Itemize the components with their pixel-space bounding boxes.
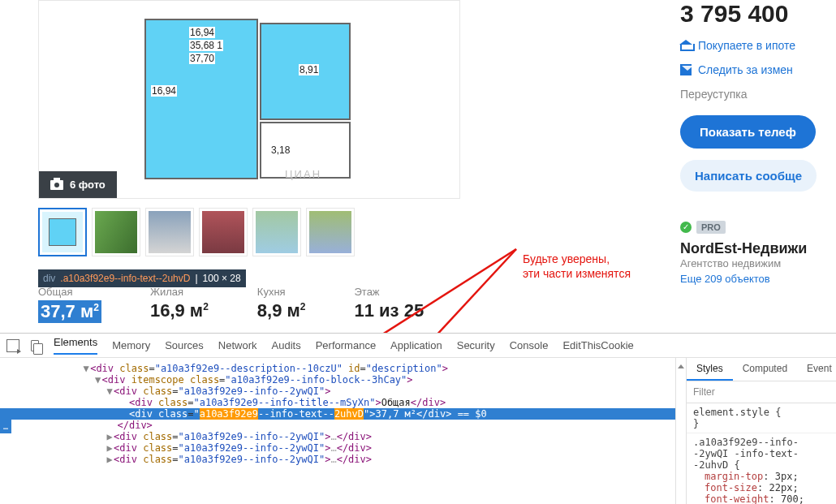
- tab-console[interactable]: Console: [510, 339, 549, 351]
- thumb-5[interactable]: [252, 208, 301, 256]
- agency-block: ✓ PRO NordEst-Недвижи Агентство недвижим…: [680, 219, 836, 285]
- stat-total-label: Общая: [38, 286, 101, 298]
- price: 3 795 400: [680, 0, 836, 28]
- stat-floor: Этаж 11 из 25: [354, 286, 424, 323]
- thumb-1[interactable]: [38, 208, 87, 256]
- agency-more-link[interactable]: Еще 209 объектов: [680, 273, 836, 285]
- pro-badge: PRO: [696, 221, 726, 234]
- main-photo[interactable]: 16,94 35,68 1 37,70 16,94 8,91 3,18 ЦИАН…: [38, 0, 460, 199]
- tooltip-dims: 100 × 28: [203, 273, 241, 284]
- el-line-8[interactable]: ▶<div class="a10a3f92e9--info--2ywQI">…<…: [0, 442, 675, 454]
- fp-label-6: 3,18: [270, 144, 291, 156]
- thumb-4[interactable]: [199, 208, 248, 256]
- styles-tab-styles[interactable]: Styles: [687, 358, 733, 381]
- tab-sources[interactable]: Sources: [165, 339, 204, 351]
- css-prop-2[interactable]: font-size: 22px;: [693, 482, 830, 493]
- styles-tab-computed[interactable]: Computed: [733, 358, 797, 381]
- styles-filter[interactable]: Filter: [687, 381, 836, 403]
- styles-panel: Styles Computed Event Filter element.sty…: [687, 358, 836, 504]
- el-line-3[interactable]: ▼<div class="a10a3f92e9--info--2ywQI">: [0, 386, 675, 397]
- fp-label-1: 16,94: [189, 27, 215, 38]
- devtools-tabs: Elements Memory Sources Network Audits P…: [0, 334, 836, 358]
- el-line-2[interactable]: ▼<div itemscope class="a10a3f92e9--info-…: [0, 374, 675, 386]
- el-line-4[interactable]: <div class="a10a3f92e9--info-title--mSyX…: [0, 397, 675, 408]
- el-line-1[interactable]: ▼<div class="a10a3f92e9--description--10…: [0, 363, 675, 374]
- fp-label-4: 16,94: [151, 85, 177, 97]
- stat-floor-label: Этаж: [354, 286, 424, 298]
- collapse-icon: [678, 364, 684, 368]
- assignment-text: Переуступка: [680, 88, 836, 101]
- tab-security[interactable]: Security: [457, 339, 495, 351]
- styles-tabs: Styles Computed Event: [687, 358, 836, 381]
- photo-count-text: 6 фото: [70, 179, 106, 191]
- stat-floor-value: 11 из 25: [354, 300, 424, 321]
- tooltip-class: .a10a3f92e9--info-text--2uhvD: [60, 273, 190, 284]
- annotation-line-2: эти части изменятся: [523, 266, 631, 281]
- stat-living-label: Жилая: [150, 286, 209, 298]
- stat-living-value: 16,9 м2: [150, 300, 209, 321]
- annotation: Будьте уверены, эти части изменятся: [523, 252, 631, 281]
- panel-divider[interactable]: [675, 358, 687, 504]
- agency-subtitle: Агентство недвижим: [680, 257, 836, 269]
- tab-editthiscookie[interactable]: EditThisCookie: [562, 339, 633, 351]
- property-stats: Общая 37,7 м2 Жилая 16,9 м2 Кухня 8,9 м2…: [38, 286, 424, 323]
- tab-network[interactable]: Network: [218, 339, 257, 351]
- css-rule-element-style[interactable]: element.style {}: [687, 403, 836, 433]
- stat-total-value: 37,7 м2: [38, 300, 101, 323]
- el-line-6[interactable]: </div>: [0, 420, 675, 431]
- stat-total: Общая 37,7 м2: [38, 286, 101, 323]
- right-column: 3 795 400 Покупаете в ипоте Следить за и…: [680, 0, 836, 285]
- thumb-2[interactable]: [92, 208, 140, 256]
- tab-application[interactable]: Application: [390, 339, 442, 351]
- annotation-line-1: Будьте уверены,: [523, 252, 631, 266]
- elements-panel[interactable]: … ▼<div class="a10a3f92e9--description--…: [0, 358, 675, 504]
- el-line-9[interactable]: ▶<div class="a10a3f92e9--info--2ywQI">…<…: [0, 454, 675, 465]
- pro-row: ✓ PRO: [680, 221, 726, 234]
- el-line-7[interactable]: ▶<div class="a10a3f92e9--info--2ywQI">…<…: [0, 431, 675, 442]
- photo-count-badge[interactable]: 6 фото: [39, 171, 117, 198]
- follow-link-text: Следить за измен: [698, 63, 793, 76]
- inspector-tooltip: div.a10a3f92e9--info-text--2uhvD | 100 ×…: [38, 269, 246, 287]
- stat-kitchen-value: 8,9 м2: [257, 300, 306, 321]
- fp-label-3: 37,70: [189, 53, 215, 64]
- write-message-button[interactable]: Написать сообще: [680, 160, 817, 192]
- stat-living: Жилая 16,9 м2: [150, 286, 209, 323]
- css-prop-1[interactable]: margin-top: 3px;: [693, 471, 830, 482]
- mortgage-link-text: Покупаете в ипоте: [698, 39, 795, 52]
- agency-name[interactable]: NordEst-Недвижи: [680, 240, 836, 257]
- thumb-6[interactable]: [306, 208, 355, 256]
- css-rule-info-text[interactable]: .a10a3f92e9--info--2ywQI -info-text--2uh…: [687, 433, 836, 504]
- stat-kitchen-label: Кухня: [257, 286, 306, 298]
- thumb-3[interactable]: [145, 208, 194, 256]
- styles-tab-event[interactable]: Event: [797, 358, 836, 381]
- floor-plan: 16,94 35,68 1 37,70 16,94 8,91 3,18 ЦИАН: [144, 19, 354, 181]
- devtools-body: … ▼<div class="a10a3f92e9--description--…: [0, 358, 836, 504]
- device-toggle-icon[interactable]: [31, 340, 39, 351]
- css-prop-3[interactable]: font-weight: 700;: [693, 493, 830, 504]
- el-line-selected[interactable]: <div class="a10a3f92e9--info-text--2uhvD…: [0, 408, 675, 420]
- tab-memory[interactable]: Memory: [112, 339, 150, 351]
- mortgage-link[interactable]: Покупаете в ипоте: [680, 39, 836, 52]
- devtools: Elements Memory Sources Network Audits P…: [0, 333, 836, 504]
- tab-audits[interactable]: Audits: [272, 339, 301, 351]
- fp-label-5: 8,91: [299, 64, 319, 75]
- tab-performance[interactable]: Performance: [316, 339, 376, 351]
- watermark: ЦИАН: [284, 169, 322, 180]
- mail-icon: [680, 64, 692, 75]
- camera-icon: [50, 180, 63, 190]
- tooltip-tag: div: [43, 273, 55, 284]
- tab-elements[interactable]: Elements: [54, 336, 97, 355]
- gutter-dots: …: [0, 420, 11, 433]
- thumbnails-strip: [38, 208, 355, 256]
- fp-label-2: 35,68 1: [189, 40, 223, 51]
- verified-icon: ✓: [680, 222, 692, 233]
- show-phone-button[interactable]: Показать телеф: [680, 115, 816, 149]
- follow-link[interactable]: Следить за измен: [680, 63, 836, 76]
- bank-icon: [680, 40, 692, 51]
- tooltip-sep: |: [195, 273, 197, 284]
- inspect-icon[interactable]: [6, 339, 19, 352]
- stat-kitchen: Кухня 8,9 м2: [257, 286, 306, 323]
